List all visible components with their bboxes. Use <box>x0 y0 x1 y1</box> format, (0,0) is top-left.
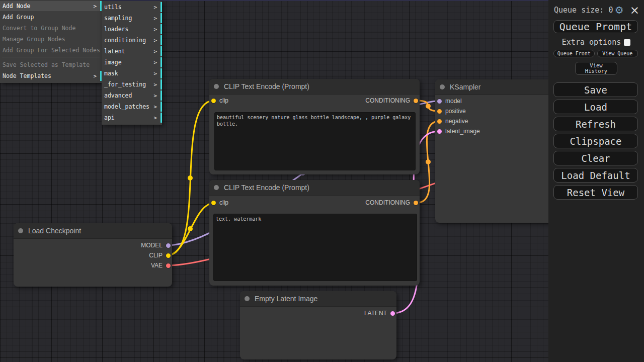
input-port-clip[interactable]: clip <box>211 97 228 105</box>
save-button[interactable]: Save <box>553 82 638 97</box>
input-port-positive[interactable]: positive <box>437 107 466 115</box>
collapse-dot-icon[interactable] <box>18 228 23 233</box>
menu-item-label: sampling <box>104 15 132 22</box>
prompt-textarea[interactable]: beautiful scenery nature glass bottle la… <box>214 112 416 170</box>
menu-item-label: image <box>104 59 122 66</box>
output-port-label: CONDITIONING <box>365 97 410 104</box>
menu-separator <box>2 57 100 57</box>
output-port-conditioning[interactable]: CONDITIONING <box>365 199 418 207</box>
input-slot-dot[interactable] <box>211 99 216 103</box>
input-port-clip[interactable]: clip <box>211 199 228 207</box>
close-icon[interactable]: × <box>630 5 639 15</box>
node-titlebar[interactable]: Load Checkpoint <box>14 223 172 239</box>
menu-item-label: Convert to Group Node <box>3 25 75 32</box>
menu-item-sampling[interactable]: sampling> <box>102 13 162 23</box>
menu-item-manage-group-nodes: Manage Group Nodes <box>0 34 102 44</box>
node-load-checkpoint[interactable]: Load CheckpointMODELCLIPVAE <box>14 223 172 287</box>
queue-buttons-row: Queue Front View Queue <box>553 50 638 57</box>
menu-item-add-group[interactable]: Add Group <box>0 12 102 22</box>
menu-item-model-patches[interactable]: model_patches> <box>102 102 162 112</box>
input-slot-dot[interactable] <box>211 201 216 205</box>
node-clip-text-encode-2[interactable]: CLIP Text Encode (Prompt)clipCONDITIONIN… <box>209 180 420 286</box>
clipspace-button[interactable]: Clipspace <box>553 134 638 148</box>
output-port-model[interactable]: MODEL <box>141 241 171 249</box>
menu-item-label: Node Templates <box>3 72 51 79</box>
input-slot-dot[interactable] <box>437 119 442 124</box>
menu-item-mask[interactable]: mask> <box>102 68 162 78</box>
submenu-arrow-icon: > <box>153 115 157 121</box>
node-title: CLIP Text Encode (Prompt) <box>224 82 309 90</box>
input-port-model[interactable]: model <box>437 97 462 105</box>
menu-item-for-testing[interactable]: _for_testing> <box>102 79 162 89</box>
output-slot-dot[interactable] <box>166 243 171 248</box>
view-queue-button[interactable]: View Queue <box>597 50 638 57</box>
queue-prompt-button[interactable]: Queue Prompt <box>553 20 638 33</box>
output-port-clip[interactable]: CLIP <box>149 251 171 259</box>
menu-item-label: api <box>104 114 115 121</box>
menu-item-api[interactable]: api> <box>102 113 162 123</box>
extra-options-checkbox[interactable] <box>624 39 630 46</box>
menu-item-label: Add Group For Selected Nodes <box>3 47 100 54</box>
input-port-negative[interactable]: negative <box>437 117 468 125</box>
node-clip-text-encode-1[interactable]: CLIP Text Encode (Prompt)clipCONDITIONIN… <box>209 79 420 174</box>
output-slot-dot[interactable] <box>414 201 418 205</box>
submenu-arrow-icon: > <box>153 81 157 88</box>
collapse-dot-icon[interactable] <box>245 296 250 301</box>
menu-item-utils[interactable]: utils> <box>102 2 162 12</box>
node-title: KSampler <box>450 83 480 91</box>
menu-item-add-group-for-selected-nodes: Add Group For Selected Nodes <box>0 45 102 55</box>
node-titlebar[interactable]: CLIP Text Encode (Prompt) <box>209 79 420 95</box>
submenu-arrow-icon: > <box>93 3 97 10</box>
input-slot-dot[interactable] <box>437 109 442 114</box>
output-slot-dot[interactable] <box>166 253 171 258</box>
node-empty-latent-image[interactable]: Empty Latent ImageLATENT <box>240 291 396 359</box>
reset-view-button[interactable]: Reset View <box>553 185 638 200</box>
menu-item-loaders[interactable]: loaders> <box>102 24 162 34</box>
clear-button[interactable]: Clear <box>553 151 638 165</box>
output-port-label: CONDITIONING <box>365 199 410 206</box>
node-titlebar[interactable]: CLIP Text Encode (Prompt) <box>209 180 420 196</box>
menu-item-node-templates[interactable]: Node Templates> <box>0 71 102 81</box>
node-titlebar[interactable]: Empty Latent Image <box>240 291 396 307</box>
load-button[interactable]: Load <box>553 100 638 114</box>
submenu-arrow-icon: > <box>153 4 157 11</box>
output-slot-dot[interactable] <box>390 311 395 316</box>
prompt-textarea[interactable]: text, watermark <box>213 214 417 281</box>
submenu-arrow-icon: > <box>153 93 157 99</box>
queue-front-button[interactable]: Queue Front <box>553 50 595 57</box>
output-slot-dot[interactable] <box>166 263 171 268</box>
menu-item-image[interactable]: image> <box>102 57 162 67</box>
input-port-label: negative <box>445 118 468 125</box>
input-port-latent-image[interactable]: latent_image <box>437 127 480 135</box>
view-history-button[interactable]: View History <box>575 62 617 75</box>
menu-item-label: model_patches <box>104 103 149 110</box>
menu-item-latent[interactable]: latent> <box>102 46 162 56</box>
extra-options-label: Extra options <box>562 38 621 47</box>
context-menu: Add Node>Add GroupConvert to Group NodeM… <box>0 0 102 83</box>
comfyui-app: CLIP Text Encode (Prompt)clipCONDITIONIN… <box>0 0 644 362</box>
output-port-vae[interactable]: VAE <box>151 261 171 269</box>
output-port-latent[interactable]: LATENT <box>364 309 395 317</box>
menu-item-save-selected-as-template: Save Selected as Template <box>0 60 102 70</box>
input-slot-dot[interactable] <box>437 129 442 134</box>
submenu-arrow-icon: > <box>153 70 157 77</box>
menu-item-advanced[interactable]: advanced> <box>102 90 162 101</box>
submenu-arrow-icon: > <box>153 48 157 55</box>
submenu-arrow-icon: > <box>153 26 157 33</box>
collapse-dot-icon[interactable] <box>440 84 445 89</box>
refresh-button[interactable]: Refresh <box>553 117 638 131</box>
output-slot-dot[interactable] <box>414 99 418 103</box>
settings-gear-icon[interactable]: ⚙ <box>615 5 624 15</box>
menu-item-conditioning[interactable]: conditioning> <box>102 35 162 45</box>
input-port-label: model <box>445 98 462 105</box>
load-default-button[interactable]: Load Default <box>553 168 638 183</box>
menu-item-label: Save Selected as Template <box>3 61 90 68</box>
input-slot-dot[interactable] <box>437 99 442 104</box>
collapse-dot-icon[interactable] <box>214 185 219 190</box>
input-port-label: clip <box>219 97 228 104</box>
output-port-label: LATENT <box>364 310 387 317</box>
output-port-conditioning[interactable]: CONDITIONING <box>365 97 418 105</box>
collapse-dot-icon[interactable] <box>214 84 219 89</box>
input-port-label: clip <box>219 199 228 206</box>
menu-item-add-node[interactable]: Add Node> <box>0 1 102 11</box>
